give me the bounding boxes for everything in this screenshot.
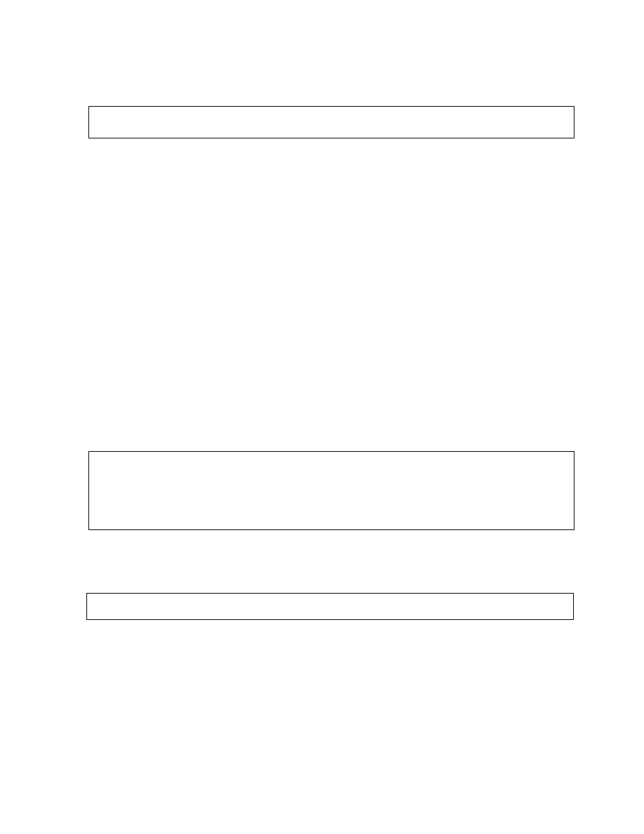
empty-frame-2 [88, 451, 574, 530]
empty-frame-3 [86, 593, 574, 620]
empty-frame-1 [88, 106, 574, 138]
document-page [0, 0, 644, 834]
